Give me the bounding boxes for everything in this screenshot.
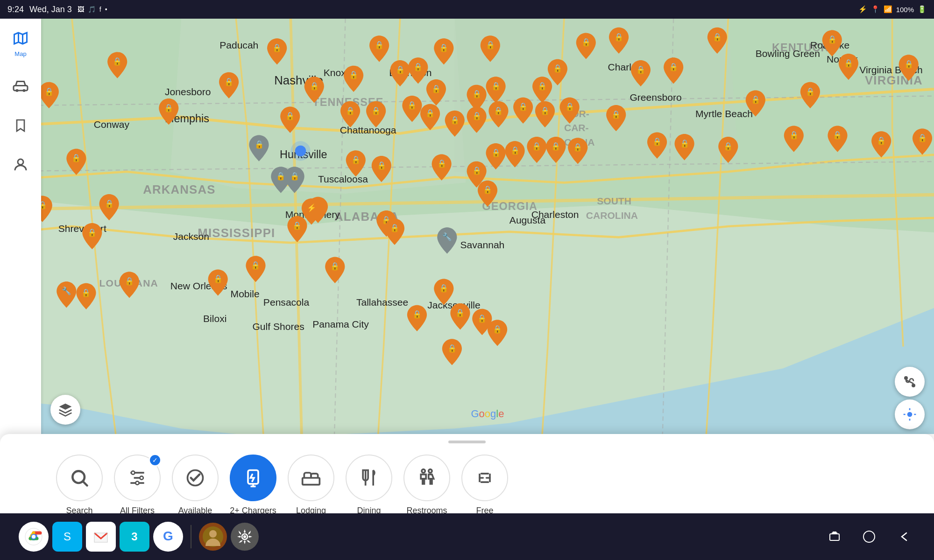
- svg-text:G: G: [163, 529, 173, 543]
- map-icon: [10, 28, 31, 49]
- filter-item-dining[interactable]: Dining: [346, 455, 392, 516]
- svg-point-155: [135, 481, 139, 484]
- system-nav-buttons: [823, 525, 915, 548]
- svg-point-5: [18, 159, 23, 165]
- filter-item-search[interactable]: Search: [56, 455, 103, 516]
- battery-icon: 🔋: [918, 5, 927, 14]
- map-area[interactable]: ARKANSAS MISSISSIPPI LOUISIANA TENNESSEE…: [41, 19, 934, 434]
- nav-settings-icon[interactable]: [231, 523, 259, 551]
- svg-point-144: [904, 376, 908, 380]
- map-container[interactable]: ARKANSAS MISSISSIPPI LOUISIANA TENNESSEE…: [41, 19, 934, 434]
- svg-text:🔒: 🔒: [789, 130, 799, 140]
- all-filters-button[interactable]: ✓: [114, 455, 161, 501]
- battery-text: 100%: [896, 6, 914, 14]
- svg-text:🔒: 🔒: [125, 276, 134, 286]
- dining-filter-button[interactable]: [346, 455, 392, 501]
- svg-text:🔒: 🔒: [439, 283, 449, 293]
- svg-text:Paducah: Paducah: [219, 40, 258, 50]
- svg-text:🔒: 🔒: [518, 102, 528, 112]
- svg-text:Greensboro: Greensboro: [630, 92, 681, 103]
- svg-text:🔒: 🔒: [540, 106, 550, 116]
- layers-button[interactable]: [50, 395, 80, 425]
- lodging-filter-button[interactable]: [288, 455, 334, 501]
- wifi-icon: 📶: [884, 5, 892, 14]
- svg-text:S: S: [64, 530, 71, 543]
- nav-chrome-icon[interactable]: [19, 522, 49, 552]
- svg-text:🔒: 🔒: [113, 56, 122, 66]
- nav-gmail-icon[interactable]: [86, 522, 116, 552]
- svg-text:🔒: 🔒: [483, 185, 493, 195]
- svg-rect-160: [303, 478, 320, 485]
- sidebar-item-map[interactable]: Map: [10, 28, 31, 57]
- filter-item-lodging[interactable]: Lodging: [288, 455, 334, 516]
- drag-handle[interactable]: [448, 441, 486, 443]
- svg-text:🔒: 🔒: [553, 63, 563, 73]
- svg-text:🔒: 🔒: [251, 260, 261, 270]
- status-media-icons: 🖼 🎵 f •: [78, 6, 107, 13]
- svg-text:Jackson: Jackson: [173, 231, 209, 242]
- svg-text:ARKANSAS: ARKANSAS: [143, 183, 215, 196]
- svg-text:🔒: 🔒: [491, 148, 501, 158]
- filter-bar: Search ✓ All Filters: [0, 455, 934, 516]
- filter-item-restrooms[interactable]: Restrooms: [403, 455, 450, 516]
- sidebar-map-label: Map: [14, 50, 26, 57]
- sidebar-item-saved[interactable]: [10, 115, 31, 136]
- svg-text:🔒: 🔒: [224, 77, 234, 87]
- restrooms-filter-button[interactable]: [403, 455, 450, 501]
- svg-text:🔒: 🔒: [447, 343, 457, 353]
- svg-text:🔒: 🔒: [71, 153, 81, 163]
- free-filter-button[interactable]: [461, 455, 508, 501]
- svg-text:🔒: 🔒: [723, 141, 733, 151]
- available-filter-button[interactable]: [172, 455, 219, 501]
- nav-number3-icon[interactable]: 3: [120, 522, 149, 552]
- sidebar-item-account[interactable]: [10, 154, 31, 175]
- search-filter-button[interactable]: [56, 455, 103, 501]
- svg-point-170: [32, 535, 35, 539]
- svg-text:VIRGINIA: VIRGINIA: [865, 74, 923, 87]
- svg-text:🔒: 🔒: [652, 137, 662, 147]
- nav-profile-icon[interactable]: [199, 523, 227, 551]
- svg-text:🔒: 🔒: [390, 223, 400, 233]
- svg-text:🔒: 🔒: [551, 141, 561, 151]
- filter-item-all-filters[interactable]: ✓ All Filters: [114, 455, 161, 516]
- route-button[interactable]: [895, 367, 925, 397]
- svg-text:🔒: 🔒: [477, 314, 487, 323]
- svg-point-147: [907, 412, 913, 417]
- svg-text:🔒: 🔒: [371, 106, 381, 116]
- svg-text:🔒: 🔒: [437, 159, 447, 168]
- sidebar-item-drive[interactable]: [10, 76, 31, 97]
- nav-divider: [191, 525, 191, 548]
- filter-item-available[interactable]: Available: [172, 455, 219, 516]
- nav-apps-group: S 3 G: [19, 522, 259, 552]
- svg-text:🔒: 🔒: [713, 32, 722, 42]
- dot-indicator: •: [105, 6, 107, 13]
- home-button[interactable]: [857, 525, 881, 548]
- svg-text:🔒: 🔒: [213, 274, 223, 284]
- svg-point-177: [209, 530, 217, 538]
- nav-skype-icon[interactable]: S: [52, 522, 82, 552]
- svg-point-53: [290, 141, 310, 161]
- svg-text:Tallahassee: Tallahassee: [356, 297, 408, 308]
- svg-text:Biloxi: Biloxi: [203, 313, 226, 324]
- svg-point-179: [243, 535, 247, 539]
- status-right-icons: ⚡ 📍 📶 100% 🔋: [858, 5, 927, 14]
- recent-apps-button[interactable]: [823, 525, 846, 548]
- chargers-filter-button[interactable]: [230, 455, 276, 501]
- svg-text:Myrtle Beach: Myrtle Beach: [695, 108, 753, 119]
- svg-text:🔒: 🔒: [844, 58, 854, 68]
- svg-text:Savannah: Savannah: [460, 239, 504, 250]
- status-time: 9:24: [7, 5, 24, 14]
- person-icon: [10, 154, 31, 175]
- filter-item-free[interactable]: Free: [461, 455, 508, 516]
- back-button[interactable]: [892, 525, 915, 548]
- svg-text:Chattanooga: Chattanooga: [340, 125, 396, 135]
- svg-text:🔒: 🔒: [751, 95, 761, 105]
- my-location-button[interactable]: [895, 399, 925, 429]
- nav-google-icon[interactable]: G: [153, 522, 183, 552]
- svg-text:🔒: 🔒: [412, 309, 422, 319]
- svg-text:🔒: 🔒: [680, 139, 690, 148]
- svg-text:🔒: 🔒: [472, 89, 482, 99]
- filter-item-2plus-chargers[interactable]: 2+ Chargers: [230, 455, 276, 516]
- svg-text:🔒: 🔒: [439, 43, 449, 53]
- svg-text:🔒: 🔒: [285, 111, 295, 121]
